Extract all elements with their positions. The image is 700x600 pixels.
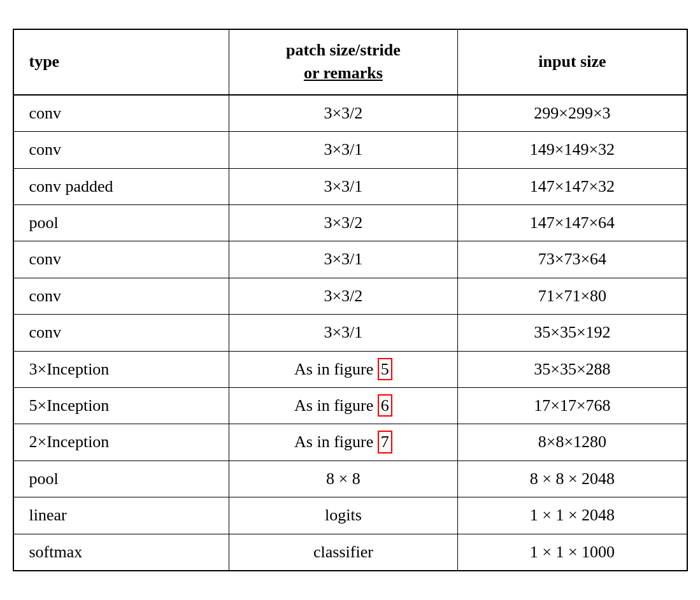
cell-type: linear xyxy=(13,497,229,534)
table-row: 5×InceptionAs in figure 617×17×768 xyxy=(13,387,687,424)
table-row: conv padded3×3/1147×147×32 xyxy=(13,168,687,204)
cell-input: 73×73×64 xyxy=(458,241,687,278)
table-container: type patch size/stride or remarks input … xyxy=(13,29,688,571)
cell-input: 17×17×768 xyxy=(458,387,687,424)
cell-type: pool xyxy=(13,461,229,497)
table-row: conv3×3/2299×299×3 xyxy=(13,95,687,132)
cell-patch: As in figure 5 xyxy=(229,351,458,387)
col-header-patch-sub: or remarks xyxy=(304,64,383,82)
cell-input: 149×149×32 xyxy=(458,132,687,168)
col-header-patch: patch size/stride or remarks xyxy=(229,29,458,95)
table-row: 2×InceptionAs in figure 78×8×1280 xyxy=(13,424,687,461)
cell-input: 71×71×80 xyxy=(458,278,687,314)
table-row: softmaxclassifier1 × 1 × 1000 xyxy=(13,534,687,571)
col-header-input-label: input size xyxy=(538,52,606,71)
cell-input: 35×35×288 xyxy=(458,351,687,387)
table-body: conv3×3/2299×299×3conv3×3/1149×149×32con… xyxy=(13,95,687,571)
cell-type: pool xyxy=(13,205,229,241)
highlighted-num: 5 xyxy=(378,358,392,380)
cell-input: 1 × 1 × 1000 xyxy=(458,534,687,571)
cell-patch: 3×3/1 xyxy=(229,168,458,204)
cell-patch: logits xyxy=(229,497,458,534)
cell-input: 8×8×1280 xyxy=(458,424,687,461)
cell-input: 147×147×64 xyxy=(458,205,687,241)
cell-patch: 3×3/1 xyxy=(229,132,458,168)
cell-type: softmax xyxy=(13,534,229,571)
cell-input: 8 × 8 × 2048 xyxy=(458,461,687,497)
table-row: pool8 × 88 × 8 × 2048 xyxy=(13,461,687,497)
cell-patch: As in figure 7 xyxy=(229,424,458,461)
cell-type: conv xyxy=(13,95,229,132)
cell-patch: 8 × 8 xyxy=(229,461,458,497)
table-row: conv3×3/1149×149×32 xyxy=(13,132,687,168)
cell-patch: 3×3/2 xyxy=(229,205,458,241)
highlighted-num: 7 xyxy=(378,431,392,453)
col-header-patch-label: patch size/stride xyxy=(286,41,401,59)
cell-patch: 3×3/1 xyxy=(229,241,458,278)
cell-type: conv xyxy=(13,278,229,314)
col-header-type: type xyxy=(13,29,229,95)
table-row: 3×InceptionAs in figure 535×35×288 xyxy=(13,351,687,387)
cell-type: conv xyxy=(13,132,229,168)
cell-patch: As in figure 6 xyxy=(229,387,458,424)
col-header-type-label: type xyxy=(29,52,60,71)
cell-input: 299×299×3 xyxy=(458,95,687,132)
cell-type: 5×Inception xyxy=(13,387,229,424)
cell-patch: 3×3/2 xyxy=(229,95,458,132)
cell-patch: classifier xyxy=(229,534,458,571)
highlighted-num: 6 xyxy=(378,394,392,417)
architecture-table: type patch size/stride or remarks input … xyxy=(13,29,688,571)
table-row: linearlogits1 × 1 × 2048 xyxy=(13,497,687,534)
cell-type: conv xyxy=(13,241,229,278)
table-row: conv3×3/135×35×192 xyxy=(13,315,687,351)
cell-patch: 3×3/2 xyxy=(229,278,458,314)
cell-type: conv xyxy=(13,315,229,351)
cell-type: 3×Inception xyxy=(13,351,229,387)
table-row: conv3×3/271×71×80 xyxy=(13,278,687,314)
cell-input: 35×35×192 xyxy=(458,315,687,351)
cell-input: 1 × 1 × 2048 xyxy=(458,497,687,534)
table-row: pool3×3/2147×147×64 xyxy=(13,205,687,241)
header-row: type patch size/stride or remarks input … xyxy=(13,29,687,95)
col-header-input: input size xyxy=(458,29,687,95)
cell-input: 147×147×32 xyxy=(458,168,687,204)
cell-patch: 3×3/1 xyxy=(229,315,458,351)
cell-type: conv padded xyxy=(13,168,229,204)
cell-type: 2×Inception xyxy=(13,424,229,461)
table-row: conv3×3/173×73×64 xyxy=(13,241,687,278)
